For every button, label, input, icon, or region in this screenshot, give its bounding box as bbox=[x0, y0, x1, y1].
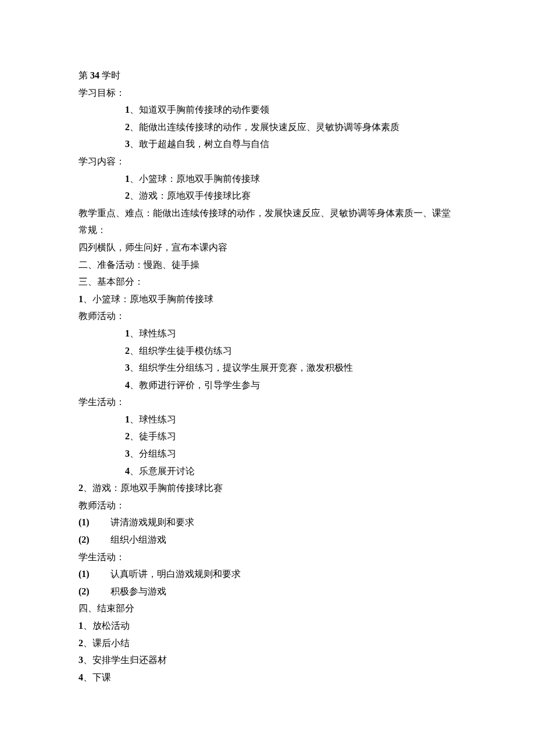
lesson-number: 34 bbox=[90, 70, 99, 80]
teacher-item: 4、教师进行评价，引导学生参与 bbox=[79, 377, 459, 394]
teacher-label: 教师活动： bbox=[79, 497, 459, 514]
student-item: (1)认真听讲，明白游戏规则和要求 bbox=[79, 565, 459, 583]
objective-item: 2、能做出连续传接球的动作，发展快速反应、灵敏协调等身体素质 bbox=[79, 119, 459, 136]
student-item: 3、分组练习 bbox=[79, 445, 459, 463]
main-label: 三、基本部分： bbox=[79, 273, 459, 291]
teacher-item: (2)组织小组游戏 bbox=[79, 531, 459, 549]
content-label: 学习内容： bbox=[79, 153, 459, 170]
ending-item: 1、放松活动 bbox=[79, 617, 459, 635]
teacher-item: 3、组织学生分组练习，提议学生展开竞赛，激发积极性 bbox=[79, 359, 459, 377]
objectives-label: 学习目标： bbox=[79, 84, 459, 102]
ending-label: 四、结束部分 bbox=[79, 600, 459, 617]
student-label: 学生活动： bbox=[79, 393, 459, 411]
student-label: 学生活动： bbox=[79, 549, 459, 566]
ending-item: 4、下课 bbox=[79, 669, 459, 686]
teacher-item: 2、组织学生徒手模仿练习 bbox=[79, 342, 459, 360]
lesson-suffix: 学时 bbox=[99, 70, 120, 80]
routine-text: 四列横队，师生问好，宣布本课内容 bbox=[79, 239, 459, 256]
main2-title: 2、游戏：原地双手胸前传接球比赛 bbox=[79, 479, 459, 497]
objective-item: 3、敢于超越自我，树立自尊与自信 bbox=[79, 135, 459, 153]
teacher-label: 教师活动： bbox=[79, 307, 459, 325]
student-item: 4、乐意展开讨论 bbox=[79, 463, 459, 480]
keypoint-text: 教学重点、难点：能做出连续传接球的动作，发展快速反应、灵敏协调等身体素质一、课堂… bbox=[79, 205, 459, 239]
content-item: 2、游戏：原地双手传接球比赛 bbox=[79, 187, 459, 205]
teacher-item: (1)讲清游戏规则和要求 bbox=[79, 514, 459, 531]
lesson-prefix: 第 bbox=[79, 70, 90, 80]
student-item: 2、徒手练习 bbox=[79, 428, 459, 445]
teacher-item: 1、球性练习 bbox=[79, 325, 459, 342]
student-item: 1、球性练习 bbox=[79, 411, 459, 428]
warmup-text: 二、准备活动：慢跑、徒手操 bbox=[79, 256, 459, 274]
content-item: 1、小篮球：原地双手胸前传接球 bbox=[79, 170, 459, 188]
main1-title: 1、小篮球：原地双手胸前传接球 bbox=[79, 291, 459, 308]
student-item: (2)积极参与游戏 bbox=[79, 583, 459, 600]
ending-item: 3、安排学生归还器材 bbox=[79, 651, 459, 669]
objective-item: 1、知道双手胸前传接球的动作要领 bbox=[79, 101, 459, 119]
ending-item: 2、课后小结 bbox=[79, 635, 459, 652]
lesson-header: 第 34 学时 bbox=[79, 67, 459, 84]
